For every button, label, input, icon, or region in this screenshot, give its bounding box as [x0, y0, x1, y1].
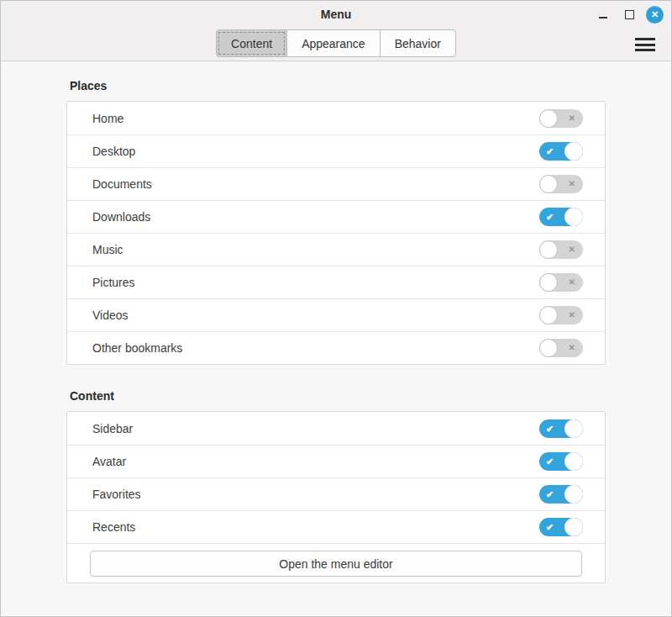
toggle-switch[interactable]: ✕ — [539, 339, 583, 357]
toggle-knob — [539, 339, 558, 357]
list-item: Home✕ — [67, 102, 605, 134]
x-icon: ✕ — [569, 311, 575, 319]
list-item: Favorites✔ — [67, 477, 605, 510]
close-icon: ✕ — [651, 6, 659, 24]
hamburger-menu-button[interactable] — [630, 28, 660, 61]
toggle-switch[interactable]: ✔ — [539, 419, 583, 438]
list-item: Other bookmarks✕ — [67, 331, 605, 364]
toggle-knob — [539, 273, 558, 292]
row-label: Desktop — [92, 145, 539, 158]
row-label: Documents — [92, 177, 539, 191]
toggle-switch[interactable]: ✔ — [539, 142, 583, 161]
toggle-knob — [539, 240, 558, 259]
list-item: Documents✕ — [67, 167, 605, 200]
row-label: Favorites — [92, 488, 539, 501]
list-item: Avatar✔ — [67, 445, 605, 477]
maximize-icon — [625, 10, 634, 19]
list-item: Videos✕ — [67, 298, 605, 331]
toggle-knob — [564, 518, 583, 536]
window-title: Menu — [1, 1, 671, 28]
toggle-switch[interactable]: ✕ — [539, 273, 583, 292]
toggle-switch[interactable]: ✔ — [539, 518, 583, 536]
toggle-switch[interactable]: ✕ — [539, 109, 583, 128]
check-icon: ✔ — [546, 213, 554, 222]
x-icon: ✕ — [569, 278, 575, 287]
tab-appearance[interactable]: Appearance — [286, 29, 381, 57]
toggle-knob — [539, 175, 558, 193]
tab-content[interactable]: Content — [216, 29, 287, 57]
section-places: PlacesHome✕Desktop✔Documents✕Downloads✔M… — [66, 79, 606, 365]
row-label: Downloads — [92, 210, 539, 224]
toggle-knob — [564, 452, 583, 471]
toggle-knob — [539, 109, 558, 128]
hamburger-icon — [635, 35, 655, 55]
x-icon: ✕ — [569, 245, 575, 254]
toggle-switch[interactable]: ✔ — [539, 452, 583, 471]
section-heading: Content — [70, 389, 606, 403]
list-item: Recents✔ — [67, 510, 605, 543]
list-item: Music✕ — [67, 233, 605, 266]
row-label: Recents — [92, 520, 539, 534]
close-button[interactable]: ✕ — [646, 6, 664, 24]
list-item: Desktop✔ — [67, 134, 605, 167]
row-label: Videos — [92, 308, 539, 322]
toggle-knob — [564, 208, 583, 226]
settings-content: PlacesHome✕Desktop✔Documents✕Downloads✔M… — [1, 61, 671, 616]
check-icon: ✔ — [546, 457, 554, 467]
settings-list: Sidebar✔Avatar✔Favorites✔Recents✔Open th… — [66, 411, 606, 583]
check-icon: ✔ — [546, 147, 554, 156]
toggle-switch[interactable]: ✕ — [539, 175, 583, 193]
row-label: Other bookmarks — [92, 341, 539, 355]
row-label: Home — [92, 112, 539, 125]
check-icon: ✔ — [546, 424, 554, 433]
x-icon: ✕ — [569, 344, 575, 352]
row-label: Sidebar — [92, 422, 539, 435]
toggle-switch[interactable]: ✔ — [539, 485, 583, 504]
button-row: Open the menu editor — [67, 543, 605, 583]
toggle-switch[interactable]: ✕ — [539, 240, 583, 259]
settings-window: Menu ✕ Content Appearance Behavior Place… — [0, 0, 672, 617]
x-icon: ✕ — [569, 180, 575, 188]
toggle-knob — [564, 485, 583, 504]
row-label: Music — [92, 243, 539, 256]
open-menu-editor-button[interactable]: Open the menu editor — [90, 551, 582, 577]
tab-group: Content Appearance Behavior — [216, 29, 456, 57]
list-item: Sidebar✔ — [67, 412, 605, 445]
maximize-button[interactable] — [620, 5, 638, 24]
toggle-knob — [564, 419, 583, 438]
row-label: Pictures — [92, 276, 539, 289]
window-controls: ✕ — [594, 1, 664, 28]
titlebar: Menu ✕ — [1, 1, 671, 28]
settings-list: Home✕Desktop✔Documents✕Downloads✔Music✕P… — [66, 101, 606, 365]
tab-behavior[interactable]: Behavior — [380, 29, 456, 57]
toggle-switch[interactable]: ✔ — [539, 208, 583, 226]
check-icon: ✔ — [546, 490, 554, 499]
list-item: Downloads✔ — [67, 200, 605, 233]
row-label: Avatar — [92, 455, 539, 468]
check-icon: ✔ — [546, 523, 554, 532]
toggle-switch[interactable]: ✕ — [539, 306, 583, 324]
minimize-icon — [599, 17, 607, 18]
section-heading: Places — [70, 79, 606, 93]
section-content: ContentSidebar✔Avatar✔Favorites✔Recents✔… — [66, 389, 606, 583]
list-item: Pictures✕ — [67, 266, 605, 298]
minimize-button[interactable] — [594, 5, 612, 24]
x-icon: ✕ — [569, 114, 575, 123]
toolbar: Content Appearance Behavior — [1, 28, 671, 61]
toggle-knob — [564, 142, 583, 161]
toggle-knob — [539, 306, 558, 324]
